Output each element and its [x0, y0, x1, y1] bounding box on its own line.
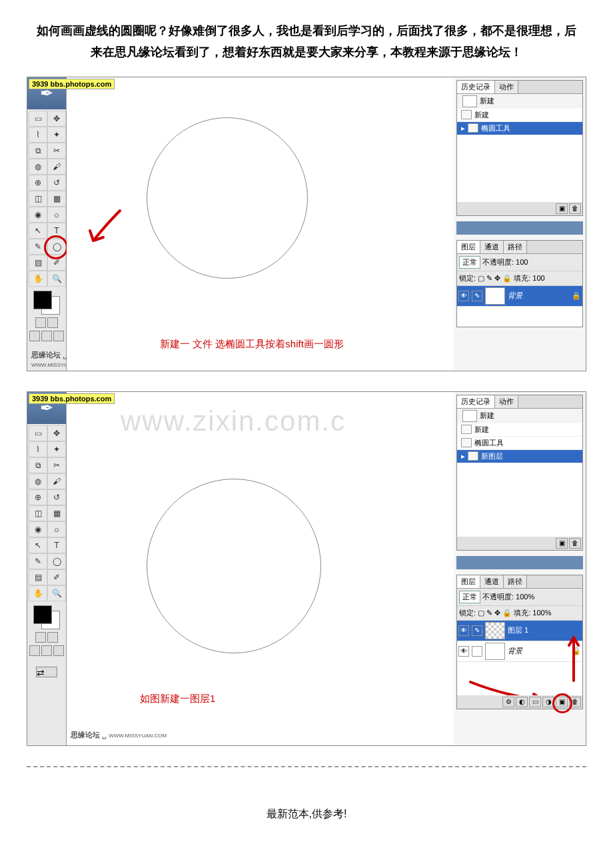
new-snapshot-icon[interactable]: ▣	[556, 203, 568, 214]
color-swatch[interactable]	[33, 291, 60, 315]
eraser-tool-icon[interactable]: ◫	[29, 505, 47, 521]
history-item-selected[interactable]: ▸新图层	[457, 450, 582, 463]
screen-mode-3-icon[interactable]	[53, 331, 64, 341]
crop-tool-icon[interactable]: ⧉	[29, 457, 47, 473]
jump-to-icon[interactable]: ⇄	[36, 667, 57, 677]
fx-icon[interactable]: ⚙	[502, 697, 514, 707]
brush-link-icon[interactable]: ✎	[472, 625, 482, 636]
new-layer-icon[interactable]: ▣	[556, 697, 568, 707]
history-doc[interactable]: 新建	[457, 94, 582, 109]
move-tool-icon[interactable]: ✥	[47, 111, 66, 127]
panels-right: 历史记录 动作 新建 新建 椭圆工具 ▸新图层 ▣🗑 图层 通道 路径	[454, 392, 586, 745]
paths-tab[interactable]: 路径	[504, 241, 527, 253]
eyedropper-icon[interactable]: ✐	[47, 569, 66, 585]
brush-tool-icon[interactable]: 🖌	[47, 473, 66, 489]
trash-icon[interactable]: 🗑	[569, 203, 581, 214]
text-tool-icon[interactable]: T	[47, 537, 66, 553]
trash-icon[interactable]: 🗑	[569, 538, 581, 549]
layers-panel: 图层 通道 路径 正常 不透明度: 100% 锁定: ▢ ✎ ✥ 🔒 填充: 1…	[456, 575, 583, 709]
history-brush-icon[interactable]: ↺	[47, 175, 66, 191]
stamp-tool-icon[interactable]: ⊕	[29, 175, 47, 191]
panel-spacer	[456, 221, 583, 235]
blur-tool-icon[interactable]: ◉	[29, 207, 47, 223]
layer-background[interactable]: 👁 ✎ 背景 🔒	[457, 286, 582, 307]
fg-color[interactable]	[33, 291, 52, 309]
notes-tool-icon[interactable]: ▤	[29, 255, 47, 271]
paths-tab[interactable]: 路径	[504, 575, 527, 588]
zoom-tool-icon[interactable]: 🔍	[47, 271, 66, 287]
history-item[interactable]: 新建	[457, 109, 582, 122]
slice-tool-icon[interactable]: ✂	[47, 143, 66, 159]
heal-tool-icon[interactable]: ◍	[29, 473, 47, 489]
lasso-tool-icon[interactable]: ⌇	[29, 127, 47, 143]
standard-mode-icon[interactable]	[35, 317, 46, 328]
quickmask-mode-icon[interactable]	[47, 317, 58, 328]
screen-mode-2-icon[interactable]	[41, 331, 52, 341]
brush-tool-icon[interactable]: 🖌	[47, 159, 66, 175]
history-item-selected[interactable]: ▸椭圆工具	[457, 122, 582, 135]
corner-watermark: 思缘论坛 ␣ WWW.MISSYUAN.COM	[71, 730, 167, 740]
move-tool-icon[interactable]: ✥	[47, 425, 66, 441]
lock-icons[interactable]: ▢ ✎ ✥ 🔒	[478, 609, 512, 617]
dodge-tool-icon[interactable]: ☼	[47, 207, 66, 223]
zoom-tool-icon[interactable]: 🔍	[47, 585, 66, 601]
heal-tool-icon[interactable]: ◍	[29, 159, 47, 175]
red-arrow-icon	[80, 204, 133, 257]
shape-tool-icon[interactable]: ◯	[47, 553, 66, 569]
footer-text: 最新范本,供参考!	[27, 807, 586, 821]
layers-tab[interactable]: 图层	[457, 575, 480, 588]
shape-tool-icon[interactable]: ◯	[47, 239, 66, 255]
hand-tool-icon[interactable]: ✋	[29, 585, 47, 601]
path-select-icon[interactable]: ↖	[29, 223, 47, 239]
crop-tool-icon[interactable]: ⧉	[29, 143, 47, 159]
screen-mode-1-icon[interactable]	[29, 331, 40, 341]
gradient-tool-icon[interactable]: ▦	[47, 505, 66, 521]
actions-tab[interactable]: 动作	[495, 81, 518, 93]
layers-tab[interactable]: 图层	[457, 241, 480, 253]
red-arrow-to-layer-icon	[564, 624, 584, 684]
dodge-tool-icon[interactable]: ☼	[47, 521, 66, 537]
history-tab[interactable]: 历史记录	[457, 395, 495, 408]
marquee-tool-icon[interactable]: ▭	[29, 425, 47, 441]
notes-tool-icon[interactable]: ▤	[29, 569, 47, 585]
gradient-tool-icon[interactable]: ▦	[47, 191, 66, 207]
screenshot-1: 3939 bbs.photops.com ✒ ▭ ✥ ⌇ ✦ ⧉ ✂ ◍ 🖌 ⊕…	[27, 77, 586, 371]
pen-tool-icon[interactable]: ✎	[29, 553, 47, 569]
wand-tool-icon[interactable]: ✦	[47, 441, 66, 457]
folder-icon[interactable]: ▭	[529, 697, 541, 707]
panel-spacer	[456, 556, 583, 569]
channels-tab[interactable]: 通道	[480, 575, 504, 588]
slice-tool-icon[interactable]: ✂	[47, 457, 66, 473]
marquee-tool-icon[interactable]: ▭	[29, 111, 47, 127]
lock-icons[interactable]: ▢ ✎ ✥ 🔒	[478, 274, 512, 283]
blend-mode-select[interactable]: 正常	[459, 256, 480, 269]
blur-tool-icon[interactable]: ◉	[29, 521, 47, 537]
history-doc[interactable]: 新建	[457, 409, 582, 423]
eye-icon[interactable]: 👁	[458, 625, 469, 636]
stamp-tool-icon[interactable]: ⊕	[29, 489, 47, 505]
new-snapshot-icon[interactable]: ▣	[556, 538, 568, 549]
history-item[interactable]: 椭圆工具	[457, 437, 582, 450]
mask-icon[interactable]: ◐	[516, 697, 528, 707]
color-swatch[interactable]	[33, 605, 60, 629]
brush-link-icon[interactable]: ✎	[472, 291, 482, 301]
actions-tab[interactable]: 动作	[495, 395, 518, 408]
history-item[interactable]: 新建	[457, 423, 582, 437]
fg-color[interactable]	[33, 605, 52, 624]
blend-mode-select[interactable]: 正常	[459, 591, 480, 603]
hand-tool-icon[interactable]: ✋	[29, 271, 47, 287]
screen-modes	[27, 331, 66, 341]
watermark-tag: 3939 bbs.photops.com	[29, 79, 115, 89]
history-tab[interactable]: 历史记录	[457, 81, 495, 93]
eye-icon[interactable]: 👁	[458, 291, 469, 301]
toolbox: ✒ ▭ ✥ ⌇ ✦ ⧉ ✂ ◍ 🖌 ⊕ ↺ ◫ ▦ ◉ ☼ ↖ T ✎ ◯ ▤	[27, 392, 67, 745]
path-select-icon[interactable]: ↖	[29, 537, 47, 553]
mask-modes	[27, 317, 66, 328]
eraser-tool-icon[interactable]: ◫	[29, 191, 47, 207]
eye-icon[interactable]: 👁	[458, 646, 469, 657]
layers-panel: 图层 通道 路径 正常 不透明度: 100 锁定: ▢ ✎ ✥ 🔒 填充: 10…	[456, 240, 583, 327]
channels-tab[interactable]: 通道	[480, 241, 504, 253]
lasso-tool-icon[interactable]: ⌇	[29, 441, 47, 457]
history-brush-icon[interactable]: ↺	[47, 489, 66, 505]
wand-tool-icon[interactable]: ✦	[47, 127, 66, 143]
